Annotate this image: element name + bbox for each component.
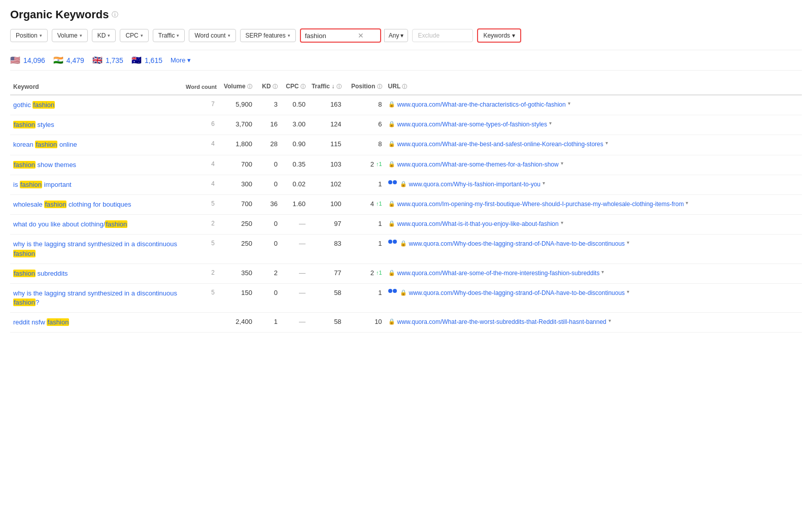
position-cell: 1 (345, 215, 385, 235)
filter-cpc-button[interactable]: CPC▾ (120, 29, 148, 42)
url-link[interactable]: 🔒www.quora.com/What-are-some-of-the-more… (388, 269, 799, 278)
filter-traffic-button[interactable]: Traffic▾ (153, 29, 185, 42)
url-expand-icon[interactable]: ▾ (561, 160, 563, 166)
dash: — (299, 289, 306, 296)
cpc-cell: — (281, 235, 309, 263)
url-expand-icon[interactable]: ▾ (568, 101, 570, 106)
keyword-link[interactable]: fashion subreddits (13, 270, 68, 277)
search-box[interactable]: ✕ (300, 28, 381, 43)
kd-info-icon: ⓘ (273, 84, 278, 89)
url-expand-icon[interactable]: ▾ (608, 318, 611, 323)
keyword-cell: fashion show themes (10, 155, 183, 175)
word-count-cell: 7 (183, 95, 220, 115)
keyword-link[interactable]: gothic fashion (13, 101, 55, 109)
keyword-cell: korean fashion online (10, 135, 183, 155)
url-expand-icon[interactable]: ▾ (605, 140, 608, 146)
url-link[interactable]: 🔒www.quora.com/What-are-some-types-of-fa… (388, 120, 799, 129)
url-text: www.quora.com/Why-is-fashion-important-t… (409, 180, 540, 189)
keyword-link[interactable]: korean fashion online (13, 141, 77, 148)
word-count-cell: 4 (183, 175, 220, 194)
any-button[interactable]: Any ▾ (384, 29, 409, 42)
url-link[interactable]: 🔒www.quora.com/Why-does-the-lagging-stra… (388, 289, 799, 297)
url-cell: 🔒www.quora.com/What-are-some-types-of-fa… (385, 115, 802, 135)
kd-cell: 0 (255, 175, 281, 194)
url-expand-icon[interactable]: ▾ (549, 120, 552, 126)
col-cpc: CPC ⓘ (281, 79, 309, 95)
country-item[interactable]: 🇺🇸14,096 (10, 55, 45, 65)
volume-cell: 1,800 (220, 135, 255, 155)
keyword-cell: fashion subreddits (10, 263, 183, 283)
keyword-link[interactable]: why is the lagging strand synthesized in… (13, 289, 177, 306)
kd-cell: 36 (255, 194, 281, 214)
url-link[interactable]: 🔒www.quora.com/What-are-some-themes-for-… (388, 160, 799, 169)
exclude-placeholder: Exclude (418, 32, 439, 39)
cpc-cell: 0.90 (281, 135, 309, 155)
cpc-cell: 1.60 (281, 194, 309, 214)
keyword-link[interactable]: what do you like about clothing/fashion (13, 220, 127, 228)
position-change: ↑1 (376, 201, 382, 207)
lock-icon: 🔒 (388, 121, 395, 127)
keywords-button[interactable]: Keywords ▾ (477, 28, 521, 43)
country-item[interactable]: 🇦🇺1,615 (131, 55, 162, 65)
keyword-link[interactable]: fashion styles (13, 121, 54, 128)
position-value: 8 (378, 101, 382, 108)
filter-word_count-button[interactable]: Word count▾ (189, 29, 235, 42)
title-info-icon[interactable]: ⓘ (112, 10, 118, 19)
keywords-label: Keywords (483, 32, 510, 39)
country-count: 14,096 (23, 56, 45, 64)
kd-cell: 0 (255, 155, 281, 175)
url-expand-icon[interactable]: ▾ (561, 220, 563, 225)
table-row: is fashion important430000.021021🔒www.qu… (10, 175, 802, 194)
volume-cell: 300 (220, 175, 255, 194)
kd-cell: 0 (255, 283, 281, 312)
filter-serp_features-button[interactable]: SERP features▾ (240, 29, 296, 42)
url-link[interactable]: 🔒www.quora.com/What-are-the-characterist… (388, 101, 799, 109)
search-input[interactable] (305, 32, 356, 40)
filter-kd-button[interactable]: KD▾ (92, 29, 116, 42)
url-expand-icon[interactable]: ▾ (543, 180, 545, 186)
filter-volume-button[interactable]: Volume▾ (52, 29, 88, 42)
exclude-box[interactable]: Exclude (412, 29, 473, 42)
url-expand-icon[interactable]: ▾ (627, 289, 629, 294)
url-expand-icon[interactable]: ▾ (601, 269, 604, 275)
traffic-cell: 100 (309, 194, 345, 214)
table-row: gothic fashion75,90030.501638🔒www.quora.… (10, 95, 802, 115)
url-link[interactable]: 🔒www.quora.com/What-is-it-that-you-enjoy… (388, 220, 799, 228)
keyword-link[interactable]: fashion show themes (13, 161, 76, 169)
keyword-link[interactable]: reddit nsfw fashion (13, 318, 69, 326)
keyword-link[interactable]: why is the lagging strand synthesized in… (13, 240, 177, 257)
position-value: 1 (378, 289, 382, 296)
word-count-cell (183, 313, 220, 333)
keyword-cell: reddit nsfw fashion (10, 313, 183, 333)
url-link[interactable]: 🔒www.quora.com/What-are-the-worst-subred… (388, 318, 799, 326)
more-label: More (171, 56, 186, 64)
filter-label: Position (16, 32, 38, 39)
clear-search-button[interactable]: ✕ (358, 31, 364, 40)
url-expand-icon[interactable]: ▾ (627, 240, 629, 245)
col-word-count: Word count (183, 79, 220, 95)
country-item[interactable]: 🇮🇳4,479 (53, 55, 84, 65)
more-button[interactable]: More ▾ (171, 56, 191, 64)
cpc-cell: 0.02 (281, 175, 309, 194)
filter-position-button[interactable]: Position▾ (10, 29, 48, 42)
keyword-link[interactable]: wholesale fashion clothing for boutiques (13, 201, 131, 208)
keyword-link[interactable]: is fashion important (13, 181, 72, 188)
filter-label: Volume (57, 32, 78, 39)
url-link[interactable]: 🔒www.quora.com/Why-is-fashion-important-… (388, 180, 799, 189)
keyword-cell: fashion styles (10, 115, 183, 135)
volume-cell: 3,700 (220, 115, 255, 135)
table-row: fashion styles63,700163.001246🔒www.quora… (10, 115, 802, 135)
traffic-cell: 83 (309, 235, 345, 263)
country-item[interactable]: 🇬🇧1,735 (92, 55, 123, 65)
keyword-highlight: fashion (105, 220, 127, 228)
cpc-cell: 3.00 (281, 115, 309, 135)
volume-cell: 700 (220, 194, 255, 214)
word-count-cell: 6 (183, 115, 220, 135)
position-cell: 4 ↑1 (345, 194, 385, 214)
url-link[interactable]: 🔒www.quora.com/Why-does-the-lagging-stra… (388, 240, 799, 248)
url-text: www.quora.com/What-are-some-of-the-more-… (397, 269, 600, 278)
url-link[interactable]: 🔒www.quora.com/Im-opening-my-first-bouti… (388, 200, 799, 209)
url-expand-icon[interactable]: ▾ (686, 200, 688, 206)
table-row: reddit nsfw fashion2,4001—5810🔒www.quora… (10, 313, 802, 333)
url-link[interactable]: 🔒www.quora.com/What-are-the-best-and-saf… (388, 140, 799, 149)
